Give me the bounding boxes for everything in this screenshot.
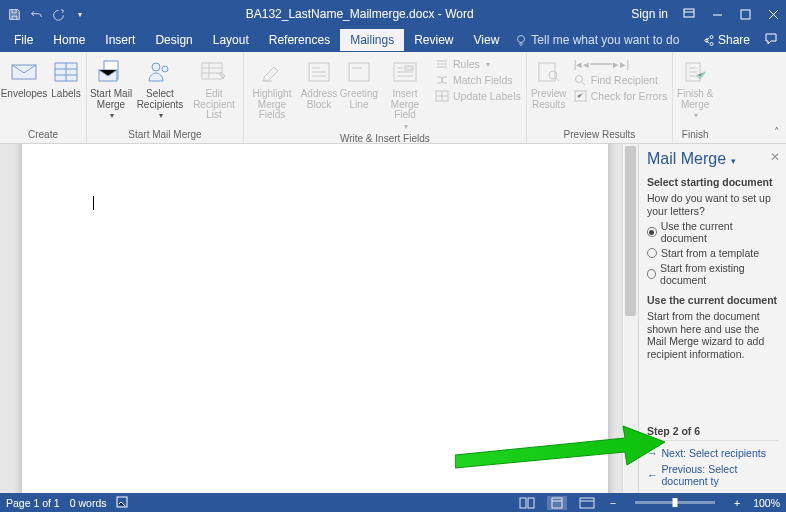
svg-point-16 (549, 71, 557, 79)
tab-home[interactable]: Home (43, 29, 95, 51)
tab-references[interactable]: References (259, 29, 340, 51)
status-bar: Page 1 of 1 0 words − + 100% (0, 493, 786, 512)
greeting-icon (344, 57, 374, 87)
svg-point-2 (518, 36, 525, 43)
pane-question: How do you want to set up your letters? (647, 192, 778, 217)
edit-list-icon (199, 57, 229, 87)
greeting-line-button: Greeting Line (339, 54, 379, 110)
tell-me-label: Tell me what you want to do (531, 33, 679, 47)
svg-rect-15 (539, 63, 555, 81)
svg-rect-23 (552, 498, 562, 508)
pane-use-description: Start from the document shown here and u… (647, 310, 778, 360)
update-icon (435, 90, 449, 102)
select-recipients-button[interactable]: Select Recipients▾ (134, 54, 186, 120)
envelopes-button[interactable]: Envelopes (1, 54, 47, 100)
zoom-level[interactable]: 100% (753, 497, 780, 509)
pane-close-icon[interactable]: ✕ (770, 150, 780, 164)
check-errors-button: Check for Errors (570, 88, 671, 104)
comments-icon[interactable] (764, 32, 778, 49)
close-icon[interactable] (766, 7, 780, 21)
group-create-label: Create (1, 127, 85, 143)
record-nav: |◂◂ ▸▸| (570, 56, 671, 72)
start-mail-merge-button[interactable]: Start Mail Merge▾ (88, 54, 134, 120)
mailmerge-icon (96, 57, 126, 87)
print-layout-icon[interactable] (547, 496, 567, 510)
web-layout-icon[interactable] (577, 496, 597, 510)
tab-view[interactable]: View (464, 29, 510, 51)
group-create: Envelopes Labels Create (0, 52, 87, 143)
read-mode-icon[interactable] (517, 496, 537, 510)
tab-insert[interactable]: Insert (95, 29, 145, 51)
tab-design[interactable]: Design (145, 29, 202, 51)
highlight-icon (257, 57, 287, 87)
tab-layout[interactable]: Layout (203, 29, 259, 51)
envelope-icon (9, 57, 39, 87)
svg-point-8 (162, 66, 168, 72)
svg-rect-11 (349, 63, 369, 81)
save-icon[interactable] (6, 6, 22, 22)
share-label: Share (718, 33, 750, 47)
signin-link[interactable]: Sign in (631, 7, 668, 21)
pane-heading-select: Select starting document (647, 176, 778, 188)
group-preview: Preview Results |◂◂ ▸▸| Find Recipient C… (527, 52, 673, 143)
svg-rect-9 (202, 63, 222, 79)
document-area[interactable] (0, 144, 622, 493)
workspace: Mail Merge ▾ ✕ Select starting document … (0, 144, 786, 493)
recipients-icon (145, 57, 175, 87)
document-title: BA132_LastName_Mailmerge.docx - Word (88, 7, 631, 21)
option-current-document[interactable]: Use the current document (647, 220, 778, 244)
svg-rect-0 (684, 9, 694, 17)
pane-heading-use: Use the current document (647, 294, 778, 306)
group-finish-label: Finish (674, 127, 716, 143)
svg-rect-24 (580, 498, 594, 508)
redo-icon[interactable] (50, 6, 66, 22)
collapse-ribbon-icon[interactable]: ˄ (768, 122, 786, 143)
zoom-slider[interactable] (635, 501, 715, 504)
group-startmm-label: Start Mail Merge (88, 127, 242, 143)
status-words[interactable]: 0 words (70, 497, 107, 509)
find-icon (574, 74, 587, 86)
pane-previous-link[interactable]: ←Previous: Select document ty (647, 461, 778, 489)
share-button[interactable]: Share (695, 33, 756, 47)
tab-mailings[interactable]: Mailings (340, 29, 404, 51)
share-icon (701, 34, 714, 47)
update-labels-button: Update Labels (431, 88, 525, 104)
qat-more-icon[interactable]: ▾ (72, 6, 88, 22)
finish-merge-button: Finish & Merge▾ (674, 54, 716, 120)
minimize-icon[interactable] (710, 7, 724, 21)
page[interactable] (22, 144, 608, 493)
pane-title: Mail Merge ▾ (647, 150, 778, 168)
zoom-out-button[interactable]: − (607, 497, 619, 509)
ribbon-tabs: File Home Insert Design Layout Reference… (0, 28, 786, 52)
text-cursor (93, 196, 94, 210)
status-proofing-icon[interactable] (116, 496, 130, 510)
arrow-right-icon: → (647, 447, 658, 459)
group-preview-label: Preview Results (528, 127, 671, 143)
tab-review[interactable]: Review (404, 29, 463, 51)
scrollbar-thumb[interactable] (625, 146, 636, 316)
vertical-scrollbar[interactable] (622, 144, 638, 493)
rules-button: Rules▾ (431, 56, 525, 72)
svg-rect-20 (117, 497, 127, 507)
zoom-in-button[interactable]: + (731, 497, 743, 509)
mail-merge-pane: Mail Merge ▾ ✕ Select starting document … (638, 144, 786, 493)
pane-next-link[interactable]: →Next: Select recipients (647, 445, 778, 461)
ribbon-options-icon[interactable] (682, 7, 696, 21)
ribbon: Envelopes Labels Create Start Mail Merge… (0, 52, 786, 144)
labels-icon (51, 57, 81, 87)
labels-button[interactable]: Labels (47, 54, 85, 100)
tab-file[interactable]: File (4, 29, 43, 51)
maximize-icon[interactable] (738, 7, 752, 21)
lightbulb-icon (515, 34, 527, 46)
radio-icon (647, 248, 657, 258)
edit-recipient-list-button: Edit Recipient List (186, 54, 242, 121)
svg-rect-1 (741, 10, 750, 19)
match-icon (435, 74, 449, 86)
undo-icon[interactable] (28, 6, 44, 22)
tell-me-search[interactable]: Tell me what you want to do (515, 33, 679, 47)
title-bar: ▾ BA132_LastName_Mailmerge.docx - Word S… (0, 0, 786, 28)
arrow-left-icon: ← (647, 469, 658, 481)
option-existing-document[interactable]: Start from existing document (647, 262, 778, 286)
status-page[interactable]: Page 1 of 1 (6, 497, 60, 509)
option-template[interactable]: Start from a template (647, 247, 778, 259)
